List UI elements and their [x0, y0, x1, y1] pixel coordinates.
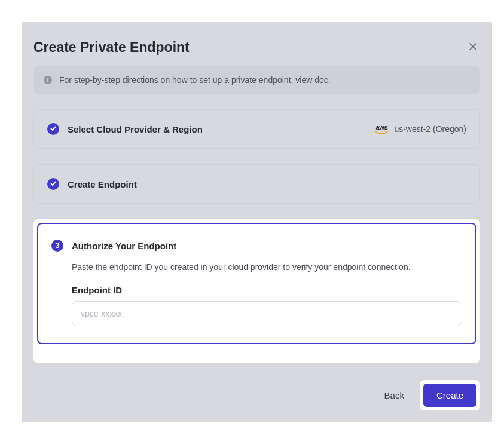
step-title: Authorize Your Endpoint	[72, 241, 462, 251]
view-doc-link[interactable]: view doc	[295, 75, 328, 85]
check-icon	[50, 180, 57, 189]
create-button-wrap: Create	[420, 380, 480, 410]
aws-icon: aws	[375, 124, 388, 134]
close-icon	[469, 42, 477, 53]
step-header: Create Endpoint	[47, 178, 466, 190]
step-title: Create Endpoint	[68, 179, 466, 189]
svg-rect-4	[47, 78, 48, 79]
step-create-endpoint[interactable]: Create Endpoint	[33, 164, 480, 204]
step-complete-badge	[47, 123, 59, 135]
step-description: Paste the endpoint ID you created in you…	[72, 262, 462, 272]
close-button[interactable]	[466, 41, 480, 55]
check-icon	[50, 125, 57, 134]
step-authorize-endpoint: 3 Authorize Your Endpoint Paste the endp…	[37, 223, 476, 344]
info-text-suffix: .	[328, 75, 331, 85]
svg-rect-3	[47, 79, 48, 82]
endpoint-id-input[interactable]	[72, 301, 462, 326]
step-header: Select Cloud Provider & Region aws us-we…	[47, 123, 466, 135]
step-title: Select Cloud Provider & Region	[68, 124, 366, 134]
modal-footer: Back Create	[33, 379, 480, 410]
info-icon	[44, 76, 52, 84]
step-provider-region[interactable]: Select Cloud Provider & Region aws us-we…	[33, 109, 480, 149]
region-text: us-west-2 (Oregon)	[394, 124, 466, 134]
info-text-prefix: For step-by-step directions on how to se…	[59, 75, 295, 85]
create-private-endpoint-modal: Create Private Endpoint For step-by-step…	[22, 22, 492, 422]
modal-title: Create Private Endpoint	[33, 39, 190, 56]
step-meta: aws us-west-2 (Oregon)	[375, 124, 466, 134]
modal-header: Create Private Endpoint	[33, 33, 480, 66]
step-header: 3 Authorize Your Endpoint	[51, 240, 462, 252]
info-text: For step-by-step directions on how to se…	[59, 75, 331, 85]
active-step-wrap: 3 Authorize Your Endpoint Paste the endp…	[33, 219, 480, 363]
step-number-badge: 3	[51, 240, 63, 252]
endpoint-id-label: Endpoint ID	[72, 285, 462, 295]
step-body: Paste the endpoint ID you created in you…	[51, 252, 462, 326]
create-button[interactable]: Create	[423, 384, 476, 407]
back-button[interactable]: Back	[384, 390, 404, 400]
info-banner: For step-by-step directions on how to se…	[33, 66, 480, 94]
step-complete-badge	[47, 178, 59, 190]
